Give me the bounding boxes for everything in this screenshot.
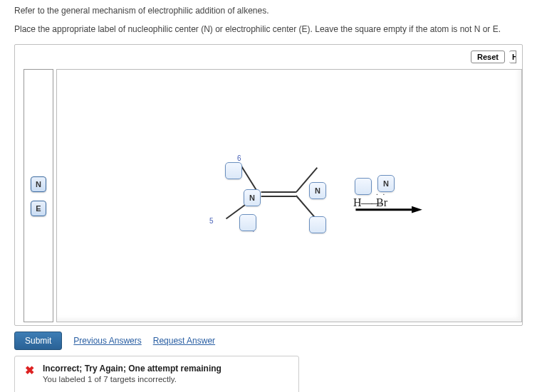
svg-line-0 [240, 164, 258, 192]
submit-button[interactable]: Submit [14, 332, 62, 350]
drawing-canvas[interactable]: 6 5 4 1 H —— Br . . N N N [56, 69, 522, 322]
drop-slot-4[interactable] [239, 214, 256, 231]
drop-slot-3[interactable]: N [244, 189, 261, 206]
hbr-br: Br [376, 196, 387, 209]
palette-tile-n[interactable]: N [31, 176, 46, 192]
hbr-h: H [353, 196, 362, 209]
feedback-title: Incorrect; Try Again; One attempt remain… [43, 364, 221, 374]
instruction-line-2: Place the appropriate label of nucleophi… [14, 24, 523, 34]
svg-marker-7 [412, 206, 422, 213]
drop-slot-1[interactable] [309, 216, 326, 233]
drop-slot-2[interactable]: N [309, 182, 326, 199]
drop-slot-hbr-left[interactable] [355, 178, 372, 195]
drop-slot-hbr-right[interactable]: N [377, 175, 395, 192]
reset-button[interactable]: Reset [471, 51, 505, 63]
drop-slot-6[interactable] [225, 162, 242, 179]
molecule-diagram [57, 70, 521, 322]
feedback-subtext: You labeled 1 of 7 targets incorrectly. [43, 375, 221, 383]
previous-answers-link[interactable]: Previous Answers [73, 336, 141, 346]
atom-label-5: 5 [209, 217, 214, 225]
atom-label-6: 6 [237, 154, 241, 162]
incorrect-icon: ✖ [25, 365, 34, 376]
instruction-line-1: Refer to the general mechanism of electr… [14, 6, 523, 16]
help-button[interactable]: H [509, 51, 516, 63]
workspace: Reset H N E 6 [14, 44, 523, 326]
palette-tile-e[interactable]: E [31, 201, 46, 216]
label-palette: N E [24, 69, 53, 322]
feedback-box: ✖ Incorrect; Try Again; One attempt rema… [14, 356, 299, 392]
request-answer-link[interactable]: Request Answer [153, 336, 215, 346]
